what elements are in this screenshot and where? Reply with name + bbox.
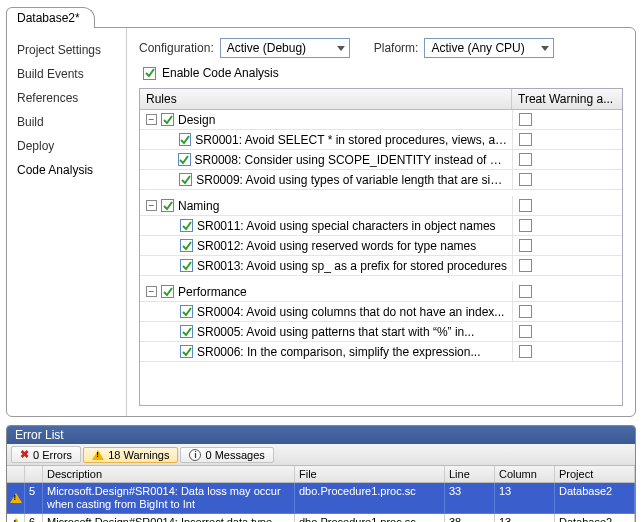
rule-checkbox[interactable]: [178, 153, 190, 166]
settings-frame: Project Settings Build Events References…: [6, 27, 636, 417]
errors-filter-button[interactable]: ✖ 0 Errors: [11, 446, 81, 463]
rule-label: SR0005: Avoid using patterns that start …: [197, 325, 474, 339]
error-column: 13: [495, 483, 555, 514]
treat-warning-checkbox[interactable]: [519, 259, 532, 272]
collapse-icon[interactable]: −: [146, 114, 157, 125]
error-file: dbo.Procedure1.proc.sc: [295, 514, 445, 522]
rule-checkbox[interactable]: [161, 199, 174, 212]
rule-row[interactable]: SR0013: Avoid using sp_ as a prefix for …: [140, 256, 622, 276]
warning-icon: [10, 493, 22, 503]
rule-row[interactable]: SR0001: Avoid SELECT * in stored procedu…: [140, 130, 622, 150]
treat-warning-checkbox[interactable]: [519, 133, 532, 146]
settings-sidebar: Project Settings Build Events References…: [7, 28, 127, 416]
rule-checkbox[interactable]: [179, 173, 192, 186]
warning-icon: [10, 518, 22, 522]
rule-label: SR0008: Consider using SCOPE_IDENTITY in…: [195, 153, 508, 167]
error-grid-header: Description File Line Column Project: [7, 466, 635, 483]
col-file[interactable]: File: [295, 466, 445, 482]
error-project: Database2: [555, 483, 635, 514]
group-label: Naming: [178, 199, 219, 213]
rule-checkbox[interactable]: [180, 325, 193, 338]
treat-warning-checkbox[interactable]: [519, 305, 532, 318]
error-row[interactable]: 5Microsoft.Design#SR0014: Data loss may …: [7, 483, 635, 514]
rule-checkbox[interactable]: [180, 239, 193, 252]
collapse-icon[interactable]: −: [146, 200, 157, 211]
sidebar-item-code-analysis[interactable]: Code Analysis: [15, 158, 122, 182]
treat-warning-checkbox[interactable]: [519, 345, 532, 358]
code-analysis-panel: Configuration: Active (Debug) Plaform: A…: [127, 28, 635, 416]
col-line[interactable]: Line: [445, 466, 495, 482]
rule-checkbox[interactable]: [180, 259, 193, 272]
rule-row[interactable]: SR0004: Avoid using columns that do not …: [140, 302, 622, 322]
error-row[interactable]: 6Microsoft.Design#SR0014: Incorrect data…: [7, 514, 635, 522]
treat-warning-checkbox[interactable]: [519, 173, 532, 186]
error-project: Database2: [555, 514, 635, 522]
col-description[interactable]: Description: [43, 466, 295, 482]
error-line: 38: [445, 514, 495, 522]
enable-code-analysis-checkbox[interactable]: [143, 67, 156, 80]
rule-label: SR0011: Avoid using special characters i…: [197, 219, 496, 233]
chevron-down-icon: [337, 46, 345, 51]
rule-label: SR0006: In the comparison, simplify the …: [197, 345, 480, 359]
error-icon: ✖: [20, 448, 29, 461]
rules-column-header[interactable]: Rules: [140, 89, 512, 109]
messages-filter-button[interactable]: i 0 Messages: [180, 447, 273, 463]
sidebar-item-build[interactable]: Build: [15, 110, 122, 134]
rules-table: Rules Treat Warning a... −DesignSR0001: …: [139, 88, 623, 406]
error-index: 5: [25, 483, 43, 514]
rule-row[interactable]: SR0009: Avoid using types of variable le…: [140, 170, 622, 190]
sidebar-item-build-events[interactable]: Build Events: [15, 62, 122, 86]
rule-label: SR0004: Avoid using columns that do not …: [197, 305, 504, 319]
rule-label: SR0013: Avoid using sp_ as a prefix for …: [197, 259, 507, 273]
rule-checkbox[interactable]: [180, 219, 193, 232]
treat-warning-checkbox[interactable]: [519, 285, 532, 298]
project-tab-label: Database2*: [17, 11, 80, 25]
error-description: Microsoft.Design#SR0014: Incorrect data …: [43, 514, 295, 522]
col-column[interactable]: Column: [495, 466, 555, 482]
configuration-select[interactable]: Active (Debug): [220, 38, 350, 58]
configuration-label: Configuration:: [139, 41, 214, 55]
error-index: 6: [25, 514, 43, 522]
rule-checkbox[interactable]: [161, 285, 174, 298]
rule-checkbox[interactable]: [180, 305, 193, 318]
rule-group[interactable]: −Performance: [140, 282, 622, 302]
collapse-icon[interactable]: −: [146, 286, 157, 297]
col-project[interactable]: Project: [555, 466, 635, 482]
rule-row[interactable]: SR0012: Avoid using reserved words for t…: [140, 236, 622, 256]
rule-label: SR0001: Avoid SELECT * in stored procedu…: [195, 133, 508, 147]
rule-row[interactable]: SR0011: Avoid using special characters i…: [140, 216, 622, 236]
warning-icon: [92, 450, 104, 460]
sidebar-item-project-settings[interactable]: Project Settings: [15, 38, 122, 62]
error-column: 13: [495, 514, 555, 522]
rule-checkbox[interactable]: [179, 133, 192, 146]
sidebar-item-deploy[interactable]: Deploy: [15, 134, 122, 158]
treat-warning-checkbox[interactable]: [519, 153, 532, 166]
rule-label: SR0009: Avoid using types of variable le…: [196, 173, 508, 187]
treat-warning-column-header[interactable]: Treat Warning a...: [512, 89, 622, 109]
warnings-filter-button[interactable]: 18 Warnings: [83, 447, 178, 463]
error-list-panel: Error List ✖ 0 Errors 18 Warnings i 0 Me…: [6, 425, 636, 522]
chevron-down-icon: [541, 46, 549, 51]
rule-row[interactable]: SR0008: Consider using SCOPE_IDENTITY in…: [140, 150, 622, 170]
group-label: Design: [178, 113, 215, 127]
rule-row[interactable]: SR0006: In the comparison, simplify the …: [140, 342, 622, 362]
error-list-title: Error List: [7, 426, 635, 444]
treat-warning-checkbox[interactable]: [519, 325, 532, 338]
sidebar-item-references[interactable]: References: [15, 86, 122, 110]
rule-label: SR0012: Avoid using reserved words for t…: [197, 239, 476, 253]
rule-group[interactable]: −Design: [140, 110, 622, 130]
treat-warning-checkbox[interactable]: [519, 239, 532, 252]
treat-warning-checkbox[interactable]: [519, 113, 532, 126]
platform-select[interactable]: Active (Any CPU): [424, 38, 554, 58]
rule-row[interactable]: SR0005: Avoid using patterns that start …: [140, 322, 622, 342]
error-description: Microsoft.Design#SR0014: Data loss may o…: [43, 483, 295, 514]
treat-warning-checkbox[interactable]: [519, 199, 532, 212]
treat-warning-checkbox[interactable]: [519, 219, 532, 232]
error-file: dbo.Procedure1.proc.sc: [295, 483, 445, 514]
error-line: 33: [445, 483, 495, 514]
rule-checkbox[interactable]: [180, 345, 193, 358]
rule-group[interactable]: −Naming: [140, 196, 622, 216]
platform-label: Plaform:: [374, 41, 419, 55]
rule-checkbox[interactable]: [161, 113, 174, 126]
project-tab[interactable]: Database2*: [6, 7, 95, 28]
